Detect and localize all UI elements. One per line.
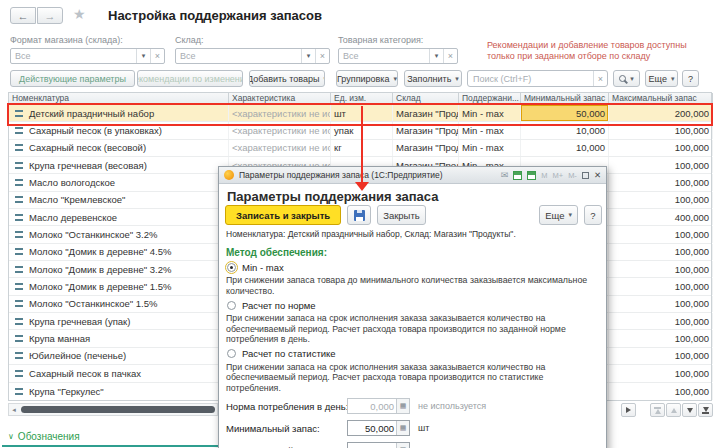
item-marker-icon (15, 162, 23, 169)
chevron-down-icon[interactable]: ▾ (136, 49, 150, 63)
favorite-star-icon[interactable]: ★ (73, 6, 86, 22)
col-warehouse[interactable]: Склад (393, 93, 459, 104)
calculator-icon[interactable] (527, 171, 536, 180)
filter-combo[interactable]: Все ▾ × (338, 48, 458, 64)
cell-maintenance: Min - max (459, 122, 521, 138)
col-maintenance[interactable]: Поддержани... (459, 93, 521, 104)
cell-max-stock: 100,000 (609, 226, 713, 242)
memory-m-minus-button[interactable]: M- (568, 171, 577, 180)
page-up-button[interactable] (666, 403, 681, 417)
field-label: Минимальный запас: (226, 423, 347, 434)
cell-max-stock: 200,000 (609, 105, 713, 121)
close-icon[interactable]: ✕ (594, 170, 601, 180)
calculator-icon[interactable]: ▦ (396, 421, 409, 435)
calculator-icon[interactable]: ▦ (396, 443, 409, 448)
table-row[interactable]: Сахарный песок (весовой) <характеристики… (9, 140, 711, 157)
go-last-button[interactable] (698, 403, 713, 417)
radio-icon[interactable] (227, 263, 236, 272)
filter-value: Все (11, 51, 136, 61)
filter-combo[interactable]: Все ▾ × (10, 48, 165, 64)
maximize-icon[interactable] (582, 172, 589, 179)
page-down-button[interactable] (682, 403, 697, 417)
cell-max-stock: 100,000 (609, 330, 713, 346)
dialog-buttons-row: Записать и закрыть Закрыть Еще ? (225, 205, 602, 225)
item-marker-icon (15, 110, 23, 117)
horizontal-scrollbar[interactable]: ◂ (8, 403, 218, 416)
search-options-button[interactable] (613, 70, 640, 87)
dialog-fields: Норма потребления в день: 0,000 ▦ не исп… (226, 398, 600, 448)
option-description: При снижении запаса товара до минимально… (226, 275, 600, 296)
field-input[interactable]: 0,000 ▦ (347, 398, 410, 414)
memory-m-button[interactable]: M (541, 171, 547, 180)
field-input[interactable]: 200,000 ▦ (347, 442, 410, 448)
chevron-down-icon[interactable]: ▾ (301, 49, 315, 63)
col-min-stock[interactable]: Минимальный запас (521, 93, 609, 104)
filter-combo[interactable]: Все ▾ × (175, 48, 330, 64)
clear-icon[interactable]: × (150, 49, 164, 63)
method-option[interactable]: Расчет по норме (227, 299, 600, 311)
add-goods-button[interactable]: Добавить товары (249, 70, 325, 87)
radio-icon[interactable] (227, 349, 236, 358)
cell-max-stock: 100,000 (609, 157, 713, 173)
item-marker-icon (15, 266, 23, 273)
method-option[interactable]: Min - max (227, 261, 600, 273)
cell-maintenance: Min - max (459, 105, 521, 121)
close-button[interactable]: Закрыть (377, 205, 426, 225)
item-name: Сахарный песок (в упаковках) (29, 125, 162, 136)
cell-max-stock: 100,000 (609, 122, 713, 138)
method-option[interactable]: Расчет по статистике (227, 348, 600, 360)
cell-warehouse: Магазин "Прод... (393, 140, 459, 156)
col-unit[interactable]: Ед. изм. (331, 93, 393, 104)
dialog-titlebar[interactable]: Параметры поддержания запаса (1С:Предпри… (219, 167, 606, 184)
dialog-more-button[interactable]: Еще (539, 205, 578, 225)
legend-toggle[interactable]: ∨ Обозначения (8, 431, 80, 442)
filter-value: Все (176, 51, 301, 61)
col-characteristic[interactable]: Характеристика (229, 93, 331, 104)
item-name: Детский праздничный набор (29, 108, 154, 119)
save-button[interactable] (347, 205, 371, 225)
back-button[interactable]: ← (10, 7, 36, 24)
scrollbar-thumb[interactable] (21, 406, 215, 413)
dialog-field-row: Максимальный запас: 200,000 ▦ шт (226, 442, 600, 448)
fill-button[interactable]: Заполнить (404, 70, 462, 87)
dialog-help-button[interactable]: ? (584, 205, 602, 225)
field-input[interactable]: 50,000 ▦ (347, 420, 410, 436)
search-input[interactable]: Поиск (Ctrl+F) × (467, 70, 608, 87)
more-button[interactable]: Еще (645, 70, 678, 87)
calendar-icon[interactable] (513, 171, 522, 180)
legend-label: Обозначения (18, 431, 80, 442)
method-heading: Метод обеспечения: (226, 247, 600, 258)
scroll-right-button[interactable] (621, 403, 636, 417)
method-option-block: Расчет по статистике При снижении запаса… (226, 348, 600, 394)
table-row[interactable]: Сахарный песок (в упаковках) <характерис… (9, 122, 711, 139)
mail-icon[interactable]: ✉ (501, 170, 509, 180)
forward-button[interactable]: → (37, 7, 63, 24)
grouping-button[interactable]: Группировка (336, 70, 398, 87)
cell-nomenclature: Крупа гречневая (упак) (9, 313, 229, 329)
memory-m-plus-button[interactable]: M+ (552, 171, 563, 180)
save-and-close-button[interactable]: Записать и закрыть (225, 205, 341, 225)
clear-icon[interactable]: × (443, 49, 457, 63)
calculator-icon[interactable]: ▦ (396, 399, 409, 413)
col-nomenclature[interactable]: Номенклатура (9, 93, 229, 104)
item-name: Сахарный песок в пачках (29, 368, 141, 379)
cell-max-stock: 400,000 (609, 209, 713, 225)
item-name: Молоко "Домик в деревне" 3.2% (29, 264, 171, 275)
active-parameters-button[interactable]: Действующие параметры (10, 70, 135, 87)
clear-icon[interactable]: × (315, 49, 329, 63)
scroll-left-icon[interactable]: ◂ (9, 406, 19, 414)
cell-nomenclature: Юбилейное (печенье) (9, 348, 229, 364)
cell-max-stock: 100,000 (609, 383, 713, 400)
go-first-button[interactable] (650, 403, 665, 417)
dialog-titlebar-text: Параметры поддержания запаса (1С:Предпри… (239, 170, 496, 180)
chevron-down-icon[interactable]: ▾ (429, 49, 443, 63)
table-row[interactable]: Детский праздничный набор <характеристик… (9, 105, 711, 122)
radio-icon[interactable] (227, 301, 236, 310)
search-clear-icon[interactable]: × (593, 71, 607, 86)
help-button[interactable]: ? (682, 70, 699, 87)
col-max-stock[interactable]: Максимальный запас (609, 93, 713, 104)
cell-unit: шт (331, 105, 393, 121)
recommendations-button[interactable]: Рекомендации по изменению (137, 70, 243, 87)
item-name: Молоко "Останкинское" 3.2% (29, 229, 157, 240)
notice-text: Рекомендации и добавление товаров доступ… (487, 40, 715, 62)
